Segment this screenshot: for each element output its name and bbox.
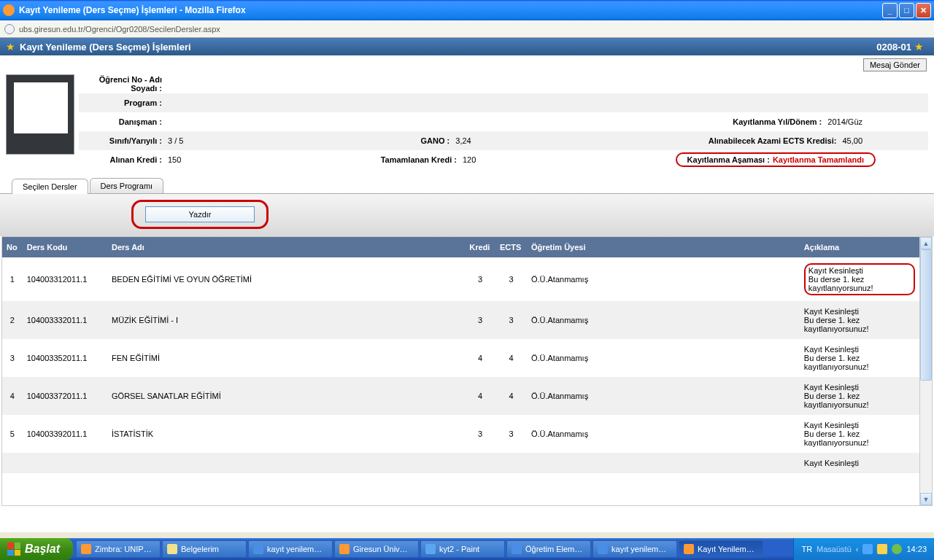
label-completedcredit: Tamamlanan Kredi : bbox=[381, 155, 460, 164]
cell-no bbox=[2, 453, 23, 473]
student-info-section: Öğrenci No - Adı Soyadı : Program : Danı… bbox=[0, 71, 934, 172]
cell-ects: 3 bbox=[495, 301, 527, 339]
task-app-icon bbox=[598, 544, 608, 554]
cell-instructor bbox=[527, 453, 800, 473]
cell-coursecode: 104003332011.1 bbox=[23, 301, 107, 339]
header-credit: Kredi bbox=[465, 237, 495, 257]
task-label: Giresun Üniv… bbox=[353, 545, 408, 553]
start-label: Başlat bbox=[25, 542, 60, 556]
cell-credit: 4 bbox=[465, 377, 495, 415]
header-coursename: Ders Adı bbox=[107, 237, 465, 257]
cell-description: Kayıt KesinleştiBu derse 1. kez kayıtlan… bbox=[800, 415, 919, 453]
tray-arrow-icon[interactable]: ‹ bbox=[856, 545, 859, 553]
taskbar-item[interactable]: Belgelerim bbox=[162, 540, 247, 558]
value-class: 3 / 5 bbox=[165, 136, 183, 145]
taskbar-item[interactable]: kyt2 - Paint bbox=[420, 540, 505, 558]
registration-stage-highlight: Kayıtlanma Aşaması : Kayıtlanma Tamamlan… bbox=[676, 152, 876, 167]
address-bar: ubs.giresun.edu.tr/Ogrenci/Ogr0208/Secil… bbox=[0, 20, 934, 38]
label-advisor: Danışman : bbox=[79, 117, 165, 126]
star-icon-right: ★ bbox=[914, 41, 924, 52]
cell-instructor: Ö.Ü.Atanmamış bbox=[527, 301, 800, 339]
scroll-up-button[interactable]: ▲ bbox=[920, 237, 932, 249]
task-app-icon bbox=[425, 544, 436, 554]
taskbar-item[interactable]: Kayıt Yenilem… bbox=[679, 540, 763, 558]
taskbar-item[interactable]: kayıt yenilem… bbox=[248, 540, 333, 558]
cell-coursecode: 104003352011.1 bbox=[23, 339, 107, 377]
print-row: Yazdır bbox=[0, 194, 934, 236]
tray-clock[interactable]: 14:23 bbox=[906, 545, 927, 553]
message-row: Mesaj Gönder bbox=[0, 55, 934, 71]
header-coursecode: Ders Kodu bbox=[23, 237, 107, 257]
cell-no: 3 bbox=[2, 339, 23, 377]
cell-description: Kayıt KesinleştiBu derse 1. kez kayıtlan… bbox=[800, 339, 919, 377]
label-studentno: Öğrenci No - Adı Soyadı : bbox=[79, 75, 165, 93]
cell-credit bbox=[465, 453, 495, 473]
info-row-studentno: Öğrenci No - Adı Soyadı : bbox=[79, 74, 928, 93]
task-app-icon bbox=[339, 544, 350, 554]
tab-selected-courses[interactable]: Seçilen Dersler bbox=[12, 179, 88, 194]
taskbar-item[interactable]: Giresun Üniv… bbox=[334, 540, 419, 558]
cell-credit: 3 bbox=[465, 301, 495, 339]
cell-ects: 4 bbox=[495, 339, 527, 377]
page-title: Kayıt Yenileme (Ders Seçme) İşlemleri bbox=[20, 42, 876, 52]
minimize-button[interactable]: _ bbox=[882, 3, 898, 18]
info-grid: Öğrenci No - Adı Soyadı : Program : Danı… bbox=[79, 74, 928, 169]
start-button[interactable]: Başlat bbox=[0, 538, 73, 560]
taskbar: Başlat Zimbra: UNIP…Belgelerimkayıt yeni… bbox=[0, 538, 934, 560]
value-credit: 150 bbox=[165, 155, 181, 164]
cell-coursename: GÖRSEL SANATLAR EĞİTİMİ bbox=[107, 377, 465, 415]
info-row-program: Program : bbox=[79, 93, 928, 112]
cell-coursecode bbox=[23, 453, 107, 473]
header-no: No bbox=[2, 237, 23, 257]
cell-credit: 4 bbox=[465, 339, 495, 377]
maximize-button[interactable]: □ bbox=[899, 3, 914, 18]
value-maxects: 45,00 bbox=[839, 136, 862, 145]
info-row-advisor: Danışman : Kayıtlanma Yıl/Dönem : 2014/G… bbox=[79, 112, 928, 131]
task-label: kyt2 - Paint bbox=[439, 545, 479, 553]
window-controls: _ □ ✕ bbox=[882, 3, 931, 18]
value-regyear: 2014/Güz bbox=[825, 117, 862, 126]
tab-course-schedule[interactable]: Ders Programı bbox=[90, 178, 164, 193]
tray-icon-3[interactable] bbox=[892, 544, 902, 554]
avatar-blank bbox=[14, 82, 68, 133]
task-label: Kayıt Yenilem… bbox=[698, 545, 754, 553]
page-header: ★ Kayıt Yenileme (Ders Seçme) İşlemleri … bbox=[0, 38, 934, 55]
content-area: ★ Kayıt Yenileme (Ders Seçme) İşlemleri … bbox=[0, 38, 934, 532]
value-completedcredit: 120 bbox=[460, 155, 476, 164]
url[interactable]: ubs.giresun.edu.tr/Ogrenci/Ogr0208/Secil… bbox=[19, 25, 220, 34]
cell-coursecode: 104003372011.1 bbox=[23, 377, 107, 415]
course-table-wrap: No Ders Kodu Ders Adı Kredi ECTS Öğretim… bbox=[1, 236, 933, 506]
print-button[interactable]: Yazdır bbox=[145, 206, 255, 222]
cell-no: 5 bbox=[2, 415, 23, 453]
window-title: Kayıt Yenileme (Ders Seçme) İşlemleri - … bbox=[19, 5, 882, 15]
close-button[interactable]: ✕ bbox=[916, 3, 931, 18]
cell-description: Kayıt KesinleştiBu derse 1. kez kayıtlan… bbox=[800, 301, 919, 339]
task-app-icon bbox=[684, 544, 694, 554]
course-table: No Ders Kodu Ders Adı Kredi ECTS Öğretim… bbox=[2, 237, 919, 473]
cell-coursename bbox=[107, 453, 465, 473]
scroll-thumb[interactable] bbox=[920, 249, 932, 381]
description-highlight: Kayıt KesinleştiBu derse 1. kez kayıtlan… bbox=[804, 263, 915, 295]
cell-coursecode: 104003312011.1 bbox=[23, 257, 107, 301]
tray-icon-1[interactable] bbox=[862, 544, 873, 554]
value-gano: 3,24 bbox=[452, 136, 471, 145]
cell-description: Kayıt Kesinleşti bbox=[800, 453, 919, 473]
cell-ects: 3 bbox=[495, 257, 527, 301]
scrollbar[interactable]: ▲ ▼ bbox=[919, 237, 932, 505]
cell-coursename: İSTATİSTİK bbox=[107, 415, 465, 453]
send-message-button[interactable]: Mesaj Gönder bbox=[863, 58, 927, 71]
value-regstage: Kayıtlanma Tamamlandı bbox=[773, 155, 864, 164]
table-row: 3104003352011.1FEN EĞİTİMİ44Ö.Ü.Atanmamı… bbox=[2, 339, 919, 377]
header-description: Açıklama bbox=[800, 237, 919, 257]
scroll-down-button[interactable]: ▼ bbox=[920, 493, 932, 505]
cell-instructor: Ö.Ü.Atanmamış bbox=[527, 377, 800, 415]
tray-lang[interactable]: TR bbox=[801, 545, 812, 553]
label-gano: GANO : bbox=[421, 136, 453, 145]
label-maxects: Alınabilecek Azami ECTS Kredisi: bbox=[709, 136, 840, 145]
taskbar-item[interactable]: kayıt yenilem… bbox=[593, 540, 677, 558]
taskbar-item[interactable]: Öğretim Elem… bbox=[506, 540, 591, 558]
header-ects: ECTS bbox=[495, 237, 527, 257]
header-instructor: Öğretim Üyesi bbox=[527, 237, 800, 257]
tray-icon-2[interactable] bbox=[877, 544, 887, 554]
taskbar-item[interactable]: Zimbra: UNIP… bbox=[76, 540, 161, 558]
